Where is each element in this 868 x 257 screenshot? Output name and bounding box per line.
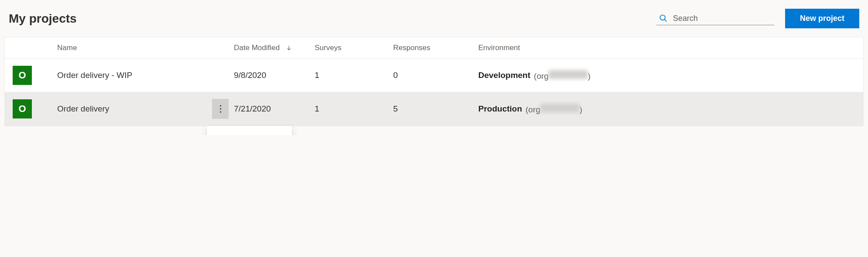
search-input[interactable] [673,14,772,23]
surveys-cell: 1 [315,104,393,114]
svg-point-4 [220,108,221,109]
column-header-date[interactable]: Date Modified [234,44,315,52]
org-text: (org) [534,70,590,81]
search-icon [659,14,668,23]
context-menu: Rename Copy Share Update Delete [207,126,292,135]
environment-cell: Production (org) [478,104,863,115]
date-cell: 9/8/2020 [234,71,315,80]
menu-item-rename[interactable]: Rename [207,128,292,135]
responses-cell: 5 [393,104,478,114]
redacted-content [540,104,580,112]
column-header-date-label: Date Modified [234,44,280,52]
search-box[interactable] [656,12,774,25]
column-header-environment[interactable]: Environment [478,44,863,52]
avatar: O [13,99,32,118]
more-options-button[interactable] [212,99,229,119]
column-header-name[interactable]: Name [57,44,234,52]
project-name: Order delivery - WIP [57,71,234,80]
column-header-responses[interactable]: Responses [393,44,478,52]
project-name: Order delivery [57,104,212,114]
arrow-down-icon [286,45,292,51]
redacted-content [549,70,588,79]
environment-cell: Development (org) [478,70,863,81]
env-label: Production [478,104,522,114]
svg-line-1 [664,20,666,22]
table-row[interactable]: O Order delivery - WIP 9/8/2020 1 0 Deve… [5,59,863,92]
column-header-surveys[interactable]: Surveys [315,44,393,52]
date-cell: 7/21/2020 [234,104,315,114]
projects-table: Name Date Modified Surveys Responses Env… [4,37,864,126]
more-vertical-icon [220,105,222,113]
table-row[interactable]: O Order delivery 7/21/2020 1 5 Productio… [5,92,863,126]
page-header: My projects New project [4,9,864,37]
new-project-button[interactable]: New project [785,9,859,28]
svg-point-0 [660,15,665,20]
responses-cell: 0 [393,71,478,80]
svg-point-3 [220,105,221,106]
avatar: O [13,66,32,85]
page-title: My projects [9,12,77,26]
surveys-cell: 1 [315,71,393,80]
table-header: Name Date Modified Surveys Responses Env… [5,37,863,59]
org-text: (org) [525,104,582,115]
svg-point-5 [220,111,221,112]
env-label: Development [478,71,530,80]
